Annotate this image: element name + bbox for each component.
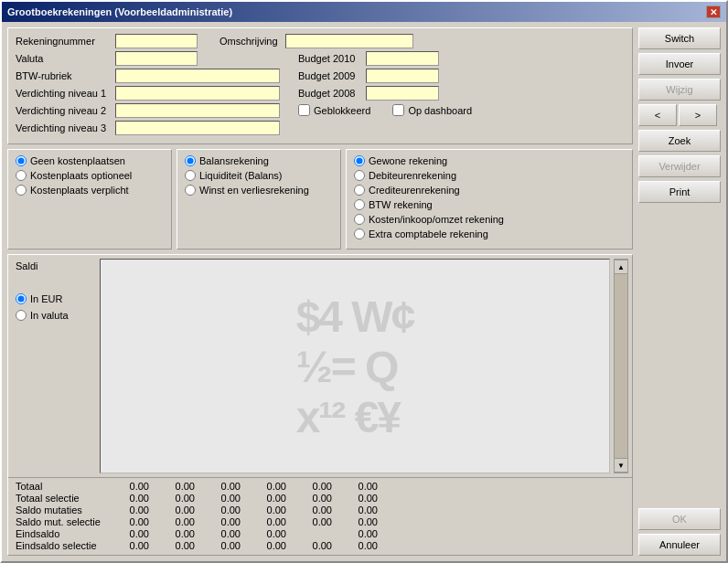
budget2008-label: Budget 2008: [298, 88, 362, 99]
vert3-input[interactable]: [115, 121, 280, 135]
switch-button[interactable]: Switch: [638, 27, 721, 49]
radio-extra-rekening[interactable]: Extra comptabele rekening: [354, 228, 625, 239]
btw-label: BTW-rubriek: [16, 70, 112, 81]
rekeningnummer-input[interactable]: [115, 34, 198, 48]
print-button[interactable]: Print: [638, 181, 721, 203]
saldi-left: Saldi In EUR In valuta: [8, 255, 100, 477]
close-button[interactable]: ✕: [706, 5, 721, 18]
op-dashboard-label: Op dashboard: [408, 105, 472, 116]
budget2009-row: Budget 2009: [298, 69, 625, 83]
vert3-row: Verdichting niveau 3: [16, 121, 280, 135]
saldi-chart: $4 W¢½= Qx¹² €¥: [100, 259, 610, 473]
rekeningnummer-row: Rekeningnummer Omschrijving: [16, 34, 625, 48]
chart-watermark: $4 W¢½= Qx¹² €¥: [296, 291, 414, 441]
rekening-type-panel: Balansrekening Liquiditeit (Balans) Wins…: [177, 149, 341, 250]
radio-crediteurenrekening[interactable]: Crediteurenrekening: [354, 185, 625, 196]
valuta-row: Valuta: [16, 51, 280, 66]
vert2-label: Verdichting niveau 2: [16, 105, 112, 116]
budget2010-row: Budget 2010: [298, 51, 625, 66]
radio-in-eur[interactable]: In EUR: [16, 293, 92, 304]
invoer-button[interactable]: Invoer: [638, 53, 721, 75]
budget2009-input[interactable]: [366, 69, 439, 83]
vert3-label: Verdichting niveau 3: [16, 122, 112, 133]
budget2010-input[interactable]: [366, 51, 439, 66]
window-title: Grootboekrekeningen (Voorbeeldadministra…: [7, 6, 232, 17]
vert1-row: Verdichting niveau 1: [16, 86, 280, 101]
table-row: Totaal 0.00 0.00 0.00 0.00 0.00 0.00: [16, 481, 625, 492]
radio-gewone-rekening[interactable]: Gewone rekening: [354, 155, 625, 166]
btw-input[interactable]: [115, 69, 280, 83]
radio-kosten-rekening[interactable]: Kosten/inkoop/omzet rekening: [354, 214, 625, 225]
kostenplaats-panel: Geen kostenplaatsen Kostenplaats optione…: [7, 149, 172, 250]
nav-left-button[interactable]: <: [638, 104, 677, 126]
radio-balansrekening[interactable]: Balansrekening: [185, 155, 333, 166]
btw-row: BTW-rubriek: [16, 69, 280, 83]
saldi-scrollbar[interactable]: ▲ ▼: [614, 259, 628, 473]
valuta-label: Valuta: [16, 53, 112, 64]
rekening-soort-panel: Gewone rekening Debiteurenrekening Credi…: [346, 149, 633, 250]
vert2-row: Verdichting niveau 2: [16, 103, 280, 118]
scroll-up-button[interactable]: ▲: [614, 260, 628, 274]
main-window: Grootboekrekeningen (Voorbeeldadministra…: [0, 0, 728, 563]
checkbox-row: Geblokkeerd Op dashboard: [298, 104, 625, 116]
valuta-input[interactable]: [115, 51, 198, 66]
omschrijving-input[interactable]: [285, 34, 413, 48]
vert1-input[interactable]: [115, 86, 280, 101]
radio-debiteurenrekening[interactable]: Debiteurenrekening: [354, 170, 625, 181]
saldi-top: Saldi In EUR In valuta: [8, 255, 632, 477]
table-row: Totaal selectie 0.00 0.00 0.00 0.00 0.00…: [16, 493, 625, 504]
radio-btw-rekening[interactable]: BTW rekening: [354, 199, 625, 210]
in-eur-label: In EUR: [30, 293, 62, 304]
rekeningnummer-label: Rekeningnummer: [16, 36, 112, 47]
omschrijving-label: Omschrijving: [219, 36, 278, 47]
sidebar: Switch Invoer Wijzig < > Zoek Verwijder …: [638, 27, 721, 556]
radio-in-valuta[interactable]: In valuta: [16, 310, 92, 321]
saldi-label: Saldi: [16, 260, 92, 271]
vert1-label: Verdichting niveau 1: [16, 88, 112, 99]
wijzig-button[interactable]: Wijzig: [638, 79, 721, 101]
ok-button[interactable]: OK: [638, 508, 721, 530]
saldi-panel: Saldi In EUR In valuta: [7, 254, 633, 556]
radio-liquiditeit[interactable]: Liquiditeit (Balans): [185, 170, 333, 181]
radio-winst-verlies[interactable]: Winst en verliesrekening: [185, 185, 333, 196]
op-dashboard-checkbox[interactable]: [392, 104, 404, 116]
geblokkeerd-checkbox[interactable]: [298, 104, 310, 116]
scroll-down-button[interactable]: ▼: [614, 458, 628, 473]
budget2010-label: Budget 2010: [298, 53, 362, 64]
in-valuta-label: In valuta: [30, 310, 69, 321]
zoek-button[interactable]: Zoek: [638, 130, 721, 152]
form-panel: Rekeningnummer Omschrijving Valuta: [7, 27, 633, 144]
radio-panels: Geen kostenplaatsen Kostenplaats optione…: [7, 149, 633, 250]
table-row: Saldo mut. selectie 0.00 0.00 0.00 0.00 …: [16, 516, 625, 527]
table-row: Eindsaldo selectie 0.00 0.00 0.00 0.00 0…: [16, 540, 625, 551]
vert2-input[interactable]: [115, 103, 280, 118]
scroll-track: [615, 274, 627, 458]
budget2008-input[interactable]: [366, 86, 439, 101]
table-row: Eindsaldo 0.00 0.00 0.00 0.00 0.00: [16, 528, 625, 539]
verwijder-button[interactable]: Verwijder: [638, 155, 721, 177]
nav-buttons: < >: [638, 104, 721, 126]
annuleer-button[interactable]: Annuleer: [638, 534, 721, 556]
radio-kostenplaats-verplicht[interactable]: Kostenplaats verplicht: [16, 185, 164, 196]
bottom-table: Totaal 0.00 0.00 0.00 0.00 0.00 0.00 Tot…: [8, 477, 632, 555]
budget2009-label: Budget 2009: [298, 70, 362, 81]
window-content: Rekeningnummer Omschrijving Valuta: [2, 22, 726, 561]
radio-geen-kostenplaatsen[interactable]: Geen kostenplaatsen: [16, 155, 164, 166]
geblokkeerd-label: Geblokkeerd: [314, 105, 370, 116]
nav-right-button[interactable]: >: [679, 104, 717, 126]
sidebar-bottom-buttons: OK Annuleer: [638, 453, 721, 556]
radio-kostenplaats-optioneel[interactable]: Kostenplaats optioneel: [16, 170, 164, 181]
main-area: Rekeningnummer Omschrijving Valuta: [7, 27, 633, 556]
title-bar: Grootboekrekeningen (Voorbeeldadministra…: [2, 2, 726, 22]
table-row: Saldo mutaties 0.00 0.00 0.00 0.00 0.00 …: [16, 505, 625, 515]
omschrijving-section: Omschrijving: [219, 34, 625, 48]
budget2008-row: Budget 2008: [298, 86, 625, 101]
